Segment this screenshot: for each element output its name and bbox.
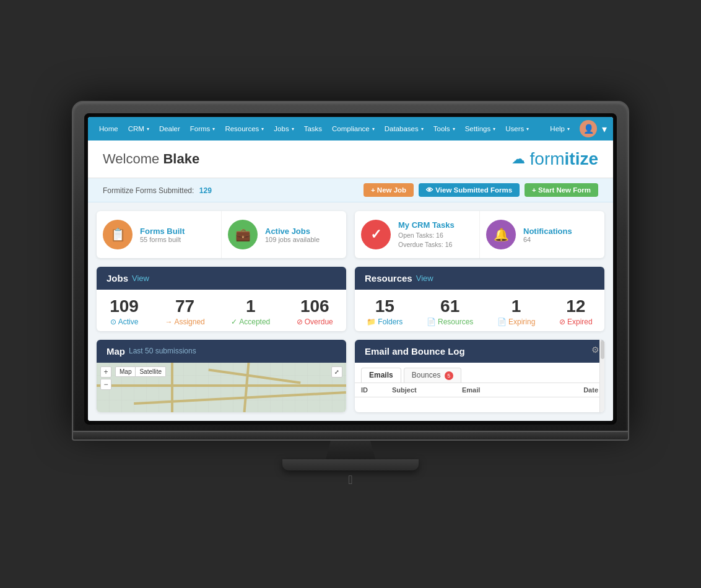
crm-tasks-icon: ✓	[361, 220, 391, 249]
user-avatar[interactable]: 👤	[580, 120, 597, 137]
col-subject: Subject	[392, 386, 462, 394]
notifications-stat[interactable]: 🔔 Notifications 64	[480, 211, 604, 258]
tools-chevron: ▾	[453, 126, 455, 132]
map-zoom-out[interactable]: −	[100, 379, 111, 390]
page-header: Welcome Blake ☁ formitize	[88, 141, 613, 178]
res-folders[interactable]: 15 📁 Folders	[360, 297, 409, 326]
crm-chevron: ▾	[147, 126, 149, 132]
nav-users[interactable]: Users ▾	[500, 117, 534, 141]
map-type-satellite[interactable]: Satellite	[136, 366, 166, 377]
monitor-neck	[326, 441, 375, 459]
users-chevron: ▾	[526, 126, 529, 132]
col-id: ID	[361, 386, 392, 394]
dashboard-grid: 📋 Forms Built 55 forms built 💼	[97, 211, 604, 412]
open-tasks-detail: Open Tasks: 16	[398, 231, 473, 240]
monitor-base	[282, 459, 419, 470]
email-widget: Email and Bounce Log ⚙ Emails Bounces 5	[355, 340, 604, 412]
nav-jobs[interactable]: Jobs ▾	[269, 117, 298, 141]
email-table-header: ID Subject Email Date	[355, 383, 604, 397]
forms-chevron: ▾	[212, 126, 215, 132]
bounces-badge: 5	[445, 371, 453, 380]
map-zoom-in[interactable]: +	[100, 366, 111, 378]
map-expand-button[interactable]: ⤢	[331, 366, 342, 378]
jobs-active-label: ⊙ Active	[110, 318, 139, 326]
navbar: Home CRM ▾ Dealer Forms ▾ Resources	[88, 117, 613, 141]
map-widget: Map Last 50 submissions	[97, 340, 346, 412]
jobs-accepted-label: ✓ Accepted	[231, 318, 270, 326]
crm-notifications-widget: ✓ My CRM Tasks Open Tasks: 16 Ov	[355, 211, 604, 258]
jobs-widget: Jobs View 109 ⊙ Active	[97, 267, 346, 331]
overdue-tasks-detail: Overdue Tasks: 16	[398, 240, 473, 249]
map-type-buttons: Map Satellite	[115, 366, 166, 377]
stats-bar: Formitize Forms Submitted: 129 + New Job…	[88, 178, 613, 202]
jobs-accepted[interactable]: 1 ✓ Accepted	[225, 297, 276, 326]
col-email: Email	[462, 386, 555, 394]
monitor-chin	[72, 432, 629, 441]
nav-home[interactable]: Home	[94, 117, 123, 141]
databases-chevron: ▾	[421, 126, 424, 132]
nav-databases[interactable]: Databases ▾	[380, 117, 429, 141]
crm-tasks-info: My CRM Tasks Open Tasks: 16 Overdue Task…	[398, 220, 473, 249]
notifications-icon: 🔔	[486, 220, 516, 249]
map-section-header: Map Last 50 submissions	[97, 340, 346, 363]
tab-bounces[interactable]: Bounces 5	[404, 368, 461, 383]
active-jobs-stat[interactable]: 💼 Active Jobs 109 jobs available	[222, 211, 346, 258]
map-type-map[interactable]: Map	[115, 366, 136, 377]
jobs-metrics: 109 ⊙ Active 77 →	[97, 290, 346, 331]
view-submitted-forms-button[interactable]: 👁 View Submitted Forms	[419, 183, 520, 197]
crm-tasks-stat[interactable]: ✓ My CRM Tasks Open Tasks: 16 Ov	[355, 211, 480, 258]
map-road-h1	[97, 384, 346, 387]
active-jobs-info: Active Jobs 109 jobs available	[265, 227, 340, 243]
resources-section-header: Resources View	[355, 267, 604, 290]
nav-tasks[interactable]: Tasks	[299, 117, 327, 141]
forms-built-stat[interactable]: 📋 Forms Built 55 forms built	[97, 211, 222, 258]
forms-submitted-label: Formitize Forms Submitted: 129	[103, 184, 212, 196]
nav-help[interactable]: Help ▾	[545, 117, 575, 141]
map-area: + − Map Satellite ⤢	[97, 363, 346, 412]
nav-dealer[interactable]: Dealer	[154, 117, 185, 141]
jobs-active[interactable]: 109 ⊙ Active	[103, 297, 145, 326]
forms-built-info: Forms Built 55 forms built	[140, 227, 215, 243]
welcome-message: Welcome Blake	[103, 151, 199, 167]
email-section-header: Email and Bounce Log ⚙	[355, 340, 604, 363]
res-expired[interactable]: 12 ⊘ Expired	[553, 297, 599, 326]
jobs-view-link[interactable]: View	[132, 274, 149, 283]
col-date: Date	[555, 386, 598, 394]
nav-settings[interactable]: Settings ▾	[460, 117, 501, 141]
nav-forms[interactable]: Forms ▾	[185, 117, 220, 141]
notifications-info: Notifications 64	[523, 227, 598, 243]
res-expiring[interactable]: 1 📄 Expiring	[491, 297, 541, 326]
jobs-assigned[interactable]: 77 → Assigned	[159, 297, 211, 326]
avatar-chevron: ▾	[602, 123, 607, 135]
res-resources-label: 📄 Resources	[427, 318, 473, 326]
help-chevron: ▾	[567, 126, 570, 132]
resources-view-link[interactable]: View	[416, 274, 433, 283]
res-folders-label: 📁 Folders	[367, 318, 403, 326]
tab-emails[interactable]: Emails	[361, 368, 401, 383]
resources-metrics: 15 📁 Folders 61 📄	[355, 290, 604, 331]
nav-compliance[interactable]: Compliance ▾	[327, 117, 380, 141]
apple-logo-icon: 	[348, 473, 352, 487]
new-job-button[interactable]: + New Job	[364, 183, 414, 197]
jobs-overdue[interactable]: 106 ⊘ Overdue	[290, 297, 339, 326]
start-new-form-button[interactable]: + Start New Form	[525, 183, 598, 197]
map-controls: + −	[100, 366, 111, 390]
res-resources[interactable]: 61 📄 Resources	[420, 297, 479, 326]
logo-text: formitize	[530, 149, 598, 169]
scrollbar-track[interactable]	[599, 340, 604, 412]
stat-row-crm: ✓ My CRM Tasks Open Tasks: 16 Ov	[355, 211, 604, 258]
nav-tools[interactable]: Tools ▾	[429, 117, 460, 141]
logo-area: ☁ formitize	[512, 149, 598, 169]
resources-chevron: ▾	[261, 126, 264, 132]
email-settings-gear-icon[interactable]: ⚙	[591, 345, 599, 355]
nav-crm[interactable]: CRM ▾	[123, 117, 154, 141]
jobs-overdue-label: ⊘ Overdue	[297, 318, 333, 326]
res-expired-label: ⊘ Expired	[559, 318, 593, 326]
map-road-v1	[171, 363, 173, 412]
jobs-chevron: ▾	[292, 126, 294, 132]
jobs-section-header: Jobs View	[97, 267, 346, 290]
res-expiring-label: 📄 Expiring	[497, 318, 535, 326]
resources-widget: Resources View 15 📁 Folders	[355, 267, 604, 331]
compliance-chevron: ▾	[372, 126, 375, 132]
nav-resources[interactable]: Resources ▾	[220, 117, 269, 141]
